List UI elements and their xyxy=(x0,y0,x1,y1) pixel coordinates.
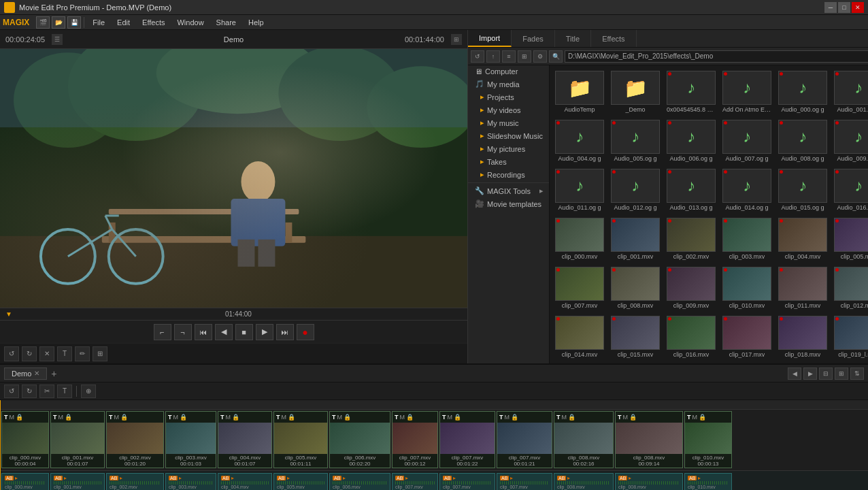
menu-effects[interactable]: Effects xyxy=(137,17,170,28)
settings-button[interactable]: ⚙ xyxy=(533,50,547,63)
audio-clip-000[interactable]: AB ▸ clip_000.mxv00:00:04 xyxy=(1,473,49,491)
thumb-item-clip003[interactable]: clip_003.mxv xyxy=(720,215,774,263)
thumb-item-audio013[interactable]: ♪ Audio_013.og g xyxy=(664,166,718,214)
thumb-item-clip019l[interactable]: clip_019_l.mxv xyxy=(831,313,868,361)
thumb-item-audio-mp[interactable]: ♪ 0x00454545.8 MP xyxy=(664,68,718,116)
thumb-item-clip017[interactable]: clip_017.mxv xyxy=(720,313,774,361)
nav-slideshow-music[interactable]: ▸ Slideshow Music xyxy=(468,129,549,142)
thumb-item-audio004[interactable]: ♪ Audio_004.og g xyxy=(552,117,607,165)
thumb-item-clip001[interactable]: clip_001.mxv xyxy=(608,215,663,263)
nav-my-pictures[interactable]: ▸ My pictures xyxy=(468,142,549,155)
preview-expand-button[interactable]: ⊞ xyxy=(451,34,462,45)
snap-button[interactable]: ⊞ xyxy=(93,346,107,361)
thumb-item-clip018[interactable]: clip_018.mxv xyxy=(775,313,830,361)
search-button[interactable]: 🔍 xyxy=(549,50,563,63)
thumb-item-audio008[interactable]: ♪ Audio_008.og g xyxy=(775,117,830,165)
view-list-button[interactable]: ≡ xyxy=(502,50,516,63)
tl-tool-undo[interactable]: ↺ xyxy=(4,385,19,398)
tab-effects[interactable]: Effects xyxy=(591,30,636,47)
tab-import[interactable]: Import xyxy=(468,30,512,47)
tl-tool-redo[interactable]: ↻ xyxy=(22,385,37,398)
nav-up-button[interactable]: ↑ xyxy=(486,50,500,63)
tl-sort-button[interactable]: ⇅ xyxy=(850,368,864,380)
tl-view-btn1[interactable]: ⊟ xyxy=(819,368,833,380)
stop-button[interactable]: ■ xyxy=(235,324,253,340)
tab-fades[interactable]: Fades xyxy=(512,30,555,47)
audio-clip-006[interactable]: AB ▸ clip_006.mxv00:02:20 xyxy=(329,473,390,491)
audio-clip-007a[interactable]: AB ▸ clip_007.mxv00:00:12 xyxy=(392,473,438,491)
thumb-item-clip005[interactable]: clip_005.mxv xyxy=(831,215,868,263)
nav-computer[interactable]: 🖥 Computer xyxy=(468,65,549,78)
thumb-item-audio000[interactable]: ♪ Audio_000.og g xyxy=(775,68,830,116)
path-bar[interactable]: D:\MAGIX\Movie_Edit_Pro_2015\effects\_De… xyxy=(565,50,868,63)
thumb-item-clip015[interactable]: clip_015.mxv xyxy=(608,313,663,361)
thumb-item-clip004[interactable]: clip_004.mxv xyxy=(775,215,830,263)
video-clip-007c[interactable]: T M 🔒 clip_007.mxv00:01:21 xyxy=(497,411,552,468)
audio-clip-004[interactable]: AB ▸ clip_004.mxv00:01:07 xyxy=(218,473,272,491)
cut-button[interactable]: ✕ xyxy=(39,346,54,361)
thumb-item-clip011[interactable]: clip_011.mxv xyxy=(775,264,830,312)
video-clip-007a[interactable]: T M 🔒 clip_007.mxv00:00:12 xyxy=(392,411,438,468)
nav-recordings[interactable]: ▸ Recordings xyxy=(468,168,549,181)
audio-clip-005[interactable]: AB ▸ clip_005.mxv00:01:11 xyxy=(273,473,328,491)
thumb-item-clip008[interactable]: clip_008.mxv xyxy=(608,264,663,312)
thumb-item-audio016[interactable]: ♪ Audio_016.og g xyxy=(831,166,868,214)
minimize-button[interactable]: ─ xyxy=(824,2,837,13)
audio-clip-003[interactable]: AB ▸ clip_003.mxv00:01:03 xyxy=(165,473,216,491)
new-file-button[interactable]: 🎬 xyxy=(36,16,50,29)
video-clip-002[interactable]: T M 🔒 clip_002.mxv00:01:20 xyxy=(106,411,164,468)
thumb-item-clip012[interactable]: clip_012.mxv xyxy=(831,264,868,312)
menu-share[interactable]: Share xyxy=(211,17,241,28)
nav-takes[interactable]: ▸ Takes xyxy=(468,155,549,168)
mark-in-button[interactable]: ⌐ xyxy=(154,324,171,340)
thumb-item-audiotemp[interactable]: 📁 AudioTemp xyxy=(552,68,607,116)
thumb-item-audio015[interactable]: ♪ Audio_015.og g xyxy=(775,166,830,214)
skip-next-button[interactable]: ⏭ xyxy=(276,324,294,340)
play-button[interactable]: ▶ xyxy=(256,324,273,340)
tl-prev-button[interactable]: ◀ xyxy=(788,368,801,380)
thumb-item-audio006[interactable]: ♪ Audio_006.og g xyxy=(664,117,718,165)
audio-clip-007b[interactable]: AB ▸ clip_007.mxv00:01:22 xyxy=(439,473,495,491)
hamburger-button[interactable]: ☰ xyxy=(52,34,63,45)
nav-my-videos[interactable]: ▸ My videos xyxy=(468,103,549,116)
open-file-button[interactable]: 📂 xyxy=(52,16,65,29)
timeline-add-button[interactable]: + xyxy=(51,368,56,379)
video-clip-008b[interactable]: T M 🔒 clip_008.mxv00:09:14 xyxy=(615,411,683,468)
record-button[interactable]: ● xyxy=(297,324,314,340)
maximize-button[interactable]: □ xyxy=(838,2,850,13)
video-clip-000[interactable]: T M 🔒 clip_000.mxv00:00:04 xyxy=(1,411,49,468)
tl-tool-magnet[interactable]: ⊕ xyxy=(81,385,96,398)
thumb-item-audio011[interactable]: ♪ Audio_011.og g xyxy=(552,166,607,214)
tl-tool-text[interactable]: T xyxy=(57,385,72,398)
thumb-item-audio014[interactable]: ♪ Audio_014.og g xyxy=(720,166,774,214)
skip-prev-button[interactable]: ⏮ xyxy=(195,324,212,340)
nav-magix-tools[interactable]: 🔧 MAGIX Tools ▸ xyxy=(468,184,549,197)
audio-clip-001[interactable]: AB ▸ clip_001.mxv00:01:07 xyxy=(50,473,105,491)
nav-movie-templates[interactable]: 🎥 Movie templates xyxy=(468,197,549,210)
video-clip-008a[interactable]: T M 🔒 clip_008.mxv00:02:16 xyxy=(554,411,614,468)
thumb-item-clip002[interactable]: clip_002.mxv xyxy=(664,215,718,263)
video-clip-004[interactable]: T M 🔒 clip_004.mxv00:01:07 xyxy=(218,411,272,468)
timeline-tab-demo[interactable]: Demo ✕ xyxy=(4,368,47,380)
tl-next-button[interactable]: ▶ xyxy=(803,368,817,380)
tl-view-btn2[interactable]: ⊞ xyxy=(835,368,848,380)
close-button[interactable]: ✕ xyxy=(852,2,864,13)
text-button[interactable]: T xyxy=(57,346,72,361)
thumb-item-audio009[interactable]: ♪ Audio_009.og g xyxy=(831,117,868,165)
thumb-item-add-on-atmo[interactable]: ♪ Add On Atmo Effects.ogg xyxy=(720,68,774,116)
menu-window[interactable]: Window xyxy=(171,17,209,28)
step-back-button[interactable]: ◀ xyxy=(215,324,233,340)
audio-clip-007c[interactable]: AB ▸ clip_007.mxv00:01:21 xyxy=(497,473,552,491)
nav-projects[interactable]: ▸ Projects xyxy=(468,91,549,103)
video-clip-010[interactable]: T M 🔒 clip_010.mxv00:00:13 xyxy=(684,411,732,468)
save-file-button[interactable]: 💾 xyxy=(67,16,81,29)
thumb-item-clip007[interactable]: clip_007.mxv xyxy=(552,264,607,312)
timeline-tab-close[interactable]: ✕ xyxy=(34,370,39,377)
redo-button[interactable]: ↻ xyxy=(22,346,37,361)
draw-button[interactable]: ✏ xyxy=(75,346,90,361)
nav-my-music[interactable]: ▸ My music xyxy=(468,116,549,129)
menu-help[interactable]: Help xyxy=(243,17,269,28)
thumb-item-audio001[interactable]: ♪ Audio_001.og g xyxy=(831,68,868,116)
thumb-item-audio007[interactable]: ♪ Audio_007.og g xyxy=(720,117,774,165)
video-clip-005[interactable]: T M 🔒 clip_005.mxv00:01:11 xyxy=(273,411,328,468)
